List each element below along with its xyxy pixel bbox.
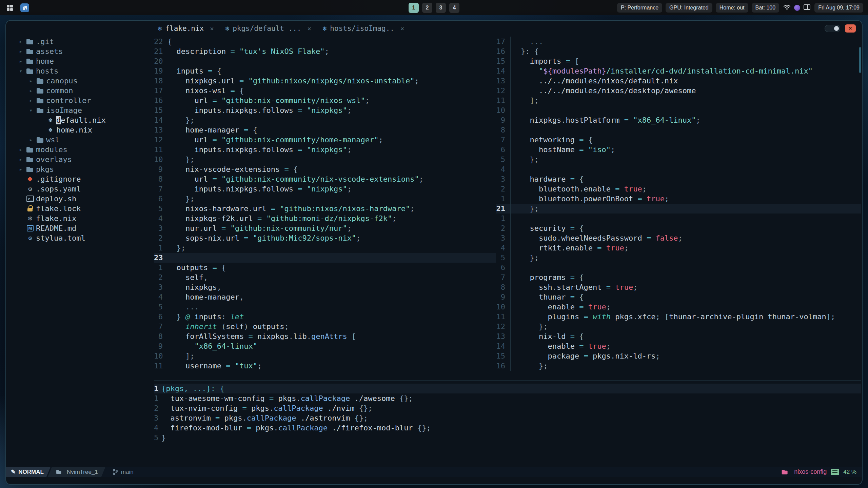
code-line[interactable]: 12 ../../modules/nixos/desktop/awesome [496, 86, 861, 96]
tree-item-readme-md[interactable]: README.md [6, 223, 154, 233]
chevron-right-icon[interactable]: ▸ [16, 37, 25, 46]
chevron-right-icon[interactable]: ▸ [16, 164, 25, 174]
code-line[interactable]: 15 imports = [ [496, 56, 861, 66]
tab-close-icon[interactable]: × [400, 25, 404, 32]
tree-item-home-nix[interactable]: ❄home.nix [6, 125, 154, 135]
code-line[interactable]: 2 sops-nix.url = "github:Mic92/sops-nix"… [154, 233, 496, 243]
code-line[interactable]: 14 }; [154, 115, 496, 125]
code-line[interactable]: 19 inputs = { [154, 66, 496, 76]
scrollbar[interactable] [859, 47, 861, 73]
clock[interactable]: Fri Aug 09, 17:09 [814, 3, 863, 13]
code-line[interactable]: 15 inputs.nixpkgs.follows = "nixpkgs"; [154, 105, 496, 115]
code-line[interactable]: 10 [496, 105, 861, 115]
code-line[interactable]: 3 hardware = { [496, 174, 861, 184]
code-line[interactable]: 16 url = "github:nix-community/nixos-wsl… [154, 96, 496, 105]
tree-item-deploy-sh[interactable]: deploy.sh [6, 194, 154, 204]
code-line[interactable]: 4 [496, 164, 861, 174]
chevron-right-icon[interactable]: ▸ [16, 46, 25, 56]
editor-tab[interactable]: ❄pkgs/default ...× [223, 24, 314, 33]
tab-close-icon[interactable]: × [210, 25, 214, 32]
code-line[interactable]: 5 ... [154, 302, 496, 312]
code-line[interactable]: 7 programs = { [496, 272, 861, 282]
code-line[interactable]: 5} [154, 433, 861, 443]
code-line[interactable]: 5 }; [496, 155, 861, 164]
code-line[interactable]: 1 [496, 214, 861, 223]
code-line[interactable]: 4 nixpkgs-f2k.url = "github:moni-dz/nixp… [154, 214, 496, 223]
code-line[interactable]: 1 }; [154, 243, 496, 253]
code-line[interactable]: 21 }; [496, 204, 861, 214]
code-line[interactable]: 8 url = "github:nix-community/nix-vscode… [154, 174, 496, 184]
code-line[interactable]: 14 enable = true; [496, 341, 861, 351]
app-launcher-icon[interactable] [5, 3, 15, 13]
workspace-button-1[interactable]: 1 [409, 3, 419, 13]
chevron-right-icon[interactable]: ▸ [26, 76, 35, 86]
tree-item-assets[interactable]: ▸assets [6, 46, 154, 56]
tree-item-isoimage[interactable]: ▾isoImage [6, 105, 154, 115]
code-line[interactable]: 7 inputs.nixpkgs.follows = "nixpkgs"; [154, 184, 496, 194]
code-line[interactable]: 9 nix-vscode-extensions = { [154, 164, 496, 174]
tree-item-hosts[interactable]: ▾hosts [6, 66, 154, 76]
tree-item--git[interactable]: ▸.git [6, 37, 154, 46]
current-app-icon[interactable] [20, 3, 30, 13]
code-line[interactable]: 10 enable = true; [496, 302, 861, 312]
code-line[interactable]: 5 }; [496, 253, 861, 263]
chevron-down-icon[interactable]: ▾ [16, 66, 25, 76]
code-line[interactable]: 6 hostName = "iso"; [496, 145, 861, 155]
code-line[interactable]: 1 outputs = { [154, 263, 496, 272]
code-line[interactable]: 4 rtkit.enable = true; [496, 243, 861, 253]
tree-item-stylua-toml[interactable]: ⚙stylua.toml [6, 233, 154, 243]
chevron-right-icon[interactable]: ▸ [26, 96, 35, 105]
tree-item-overlays[interactable]: ▸overlays [6, 155, 154, 164]
code-line[interactable]: 6 [496, 263, 861, 272]
tree-item--sops-yaml[interactable]: ⚙.sops.yaml [6, 184, 154, 194]
code-line[interactable]: 11 plugins = with pkgs.xfce; [thunar-arc… [496, 312, 861, 322]
code-line[interactable]: 17 ... [496, 37, 861, 46]
tree-item--gitignore[interactable]: .gitignore [6, 174, 154, 184]
code-line[interactable]: 3 nur.url = "github:nix-community/nur"; [154, 223, 496, 233]
tree-item-pkgs[interactable]: ▸pkgs [6, 164, 154, 174]
code-line[interactable]: 9 nixpkgs.hostPlatform = "x86_64-linux"; [496, 115, 861, 125]
tree-item-flake-nix[interactable]: ❄flake.nix [6, 214, 154, 223]
code-line[interactable]: 17 nixos-wsl = { [154, 86, 496, 96]
code-line[interactable]: 20 [154, 56, 496, 66]
code-line[interactable]: 11 ]; [496, 96, 861, 105]
close-button[interactable]: × [845, 24, 856, 33]
code-line[interactable]: 16 }; [496, 361, 861, 371]
code-line[interactable]: 15 package = pkgs.nix-ld-rs; [496, 351, 861, 361]
chevron-right-icon[interactable]: ▸ [26, 135, 35, 145]
code-line[interactable]: 10 ]; [154, 351, 496, 361]
code-line[interactable]: 6 } @ inputs: let [154, 312, 496, 322]
tab-close-icon[interactable]: × [307, 25, 311, 32]
code-line[interactable]: 4 firefox-mod-blur = pkgs.callPackage ./… [154, 423, 861, 433]
code-line[interactable]: 2 self, [154, 272, 496, 282]
code-line[interactable]: 8 [496, 125, 861, 135]
tree-item-flake-lock[interactable]: flake.lock [6, 204, 154, 214]
window-toggle[interactable] [825, 25, 840, 32]
code-line[interactable]: 3 nixpkgs, [154, 282, 496, 292]
code-line[interactable]: 22{ [154, 37, 496, 46]
tree-item-common[interactable]: ▸common [6, 86, 154, 96]
code-line[interactable]: 6 }; [154, 194, 496, 204]
code-line[interactable]: 1{pkgs, ...}: { [154, 384, 861, 393]
code-line[interactable]: 2 tux-nvim-config = pkgs.callPackage ./n… [154, 403, 861, 413]
layout-icon[interactable] [804, 4, 810, 11]
tree-item-controller[interactable]: ▸controller [6, 96, 154, 105]
workspace-button-3[interactable]: 3 [436, 3, 446, 13]
code-line[interactable]: 23 [154, 253, 496, 263]
code-line[interactable]: 14 "${modulesPath}/installer/cd-dvd/inst… [496, 66, 861, 76]
code-line[interactable]: 8 ssh.startAgent = true; [496, 282, 861, 292]
code-line[interactable]: 13 home-manager = { [154, 125, 496, 135]
editor-tab[interactable]: ❄hosts/isoImag..× [320, 24, 407, 33]
code-line[interactable]: 11 inputs.nixpkgs.follows = "nixpkgs"; [154, 145, 496, 155]
chevron-right-icon[interactable]: ▸ [16, 155, 25, 164]
code-line[interactable]: 11 username = "tux"; [154, 361, 496, 371]
code-line[interactable]: 12 }; [496, 322, 861, 331]
tree-item-wsl[interactable]: ▸wsl [6, 135, 154, 145]
tree-item-home[interactable]: ▸home [6, 56, 154, 66]
tree-item-default-nix[interactable]: ❄default.nix [6, 115, 154, 125]
chevron-right-icon[interactable]: ▸ [26, 86, 35, 96]
editor-tab[interactable]: ❄flake.nix× [155, 24, 217, 33]
code-line[interactable]: 4 home-manager, [154, 292, 496, 302]
chevron-down-icon[interactable]: ▾ [26, 105, 35, 115]
code-line[interactable]: 3 sudo.wheelNeedsPassword = false; [496, 233, 861, 243]
